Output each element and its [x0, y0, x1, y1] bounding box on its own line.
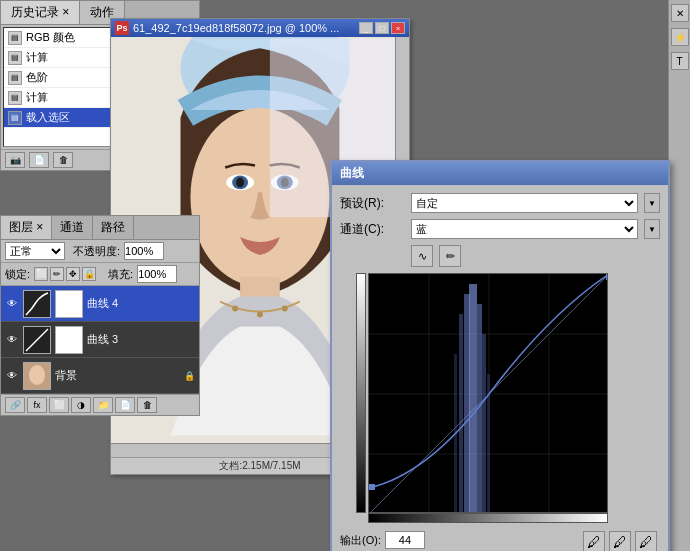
image-titlebar: Ps 61_492_7c19ed818f58072.jpg @ 100% ...… [111, 19, 409, 37]
tab-channels[interactable]: 通道 [52, 216, 93, 239]
toolbar-btn-text[interactable]: T [671, 52, 689, 70]
layers-blend-options: 正常 不透明度: [1, 240, 199, 263]
preset-dropdown-arrow[interactable]: ▼ [644, 193, 660, 213]
history-icon-calc2: ▤ [8, 91, 22, 105]
layer-eye-curves3[interactable]: 👁 [5, 333, 19, 347]
layers-bottom-toolbar: 🔗 fx ⬜ ◑ 📁 📄 🗑 [1, 394, 199, 415]
opacity-input[interactable] [124, 242, 164, 260]
history-label-rgb: RGB 颜色 [26, 30, 75, 45]
svg-point-6 [236, 177, 244, 187]
layer-adj-btn[interactable]: ◑ [71, 397, 91, 413]
layer-fx-btn[interactable]: fx [27, 397, 47, 413]
svg-rect-29 [482, 334, 486, 513]
minimize-button[interactable]: _ [359, 22, 373, 34]
curve-pencil-tool[interactable]: ∿ [411, 245, 433, 267]
layers-panel: 图层 × 通道 路径 正常 不透明度: 锁定: ⬜ ✏ ✥ 🔒 填充: 👁 [0, 215, 200, 416]
maximize-button[interactable]: □ [375, 22, 389, 34]
curve-point-tool[interactable]: ✏ [439, 245, 461, 267]
image-title: 61_492_7c19ed818f58072.jpg @ 100% ... [133, 22, 339, 34]
lock-all-icon[interactable]: 🔒 [82, 267, 96, 281]
gray-eyedropper-btn[interactable]: 🖊 [609, 531, 631, 551]
opacity-label: 不透明度: [73, 244, 120, 259]
curves-preset-row: 预设(R): 自定 ▼ [340, 193, 660, 213]
toolbar-btn-x[interactable]: ✕ [671, 4, 689, 22]
tab-history[interactable]: 历史记录 × [1, 1, 80, 24]
history-icon-calc1: ▤ [8, 51, 22, 65]
layer-eye-bg[interactable]: 👁 [5, 369, 19, 383]
fill-label: 填充: [108, 267, 133, 282]
input-gradient-bar [368, 513, 608, 523]
preset-select[interactable]: 自定 [411, 193, 638, 213]
history-label-load: 载入选区 [26, 110, 70, 125]
tab-paths[interactable]: 路径 [93, 216, 134, 239]
output-label: 输出(O): [340, 533, 381, 548]
curves-body: 预设(R): 自定 ▼ 通道(C): 蓝 ▼ ∿ ✏ [332, 185, 668, 551]
history-new-doc[interactable]: 📄 [29, 152, 49, 168]
layer-mask-curves3 [55, 326, 83, 354]
history-delete[interactable]: 🗑 [53, 152, 73, 168]
layer-thumb-curves4 [23, 290, 51, 318]
svg-point-10 [232, 306, 238, 312]
layers-lock-options: 锁定: ⬜ ✏ ✥ 🔒 填充: [1, 263, 199, 286]
lock-transparent-icon[interactable]: ⬜ [34, 267, 48, 281]
window-controls: _ □ × [359, 22, 405, 34]
svg-point-12 [282, 306, 288, 312]
svg-rect-25 [459, 314, 463, 513]
layer-name-curves3: 曲线 3 [87, 332, 195, 347]
history-icon-rgb: ▤ [8, 31, 22, 45]
lock-position-icon[interactable]: ✥ [66, 267, 80, 281]
layer-name-curves4: 曲线 4 [87, 296, 195, 311]
layer-thumb-bg [23, 362, 51, 390]
blend-mode-select[interactable]: 正常 [5, 242, 65, 260]
curves-dialog: 曲线 预设(R): 自定 ▼ 通道(C): 蓝 ▼ ∿ ✏ [330, 160, 670, 551]
layer-lock-icon: 🔒 [183, 370, 195, 382]
output-gradient-bar [356, 273, 366, 513]
close-button[interactable]: × [391, 22, 405, 34]
layer-new-btn[interactable]: 📄 [115, 397, 135, 413]
curves-titlebar: 曲线 [332, 162, 668, 185]
layers-list: 👁 曲线 4 👁 曲线 3 👁 [1, 286, 199, 394]
toolbar-btn-move[interactable]: ⚡ [671, 28, 689, 46]
eyedropper-show-area: 🖊 🖊 🖊 显示数值(W) [583, 531, 660, 551]
layer-curves4[interactable]: 👁 曲线 4 [1, 286, 199, 322]
channel-dropdown-arrow[interactable]: ▼ [644, 219, 660, 239]
tab-layers[interactable]: 图层 × [1, 216, 52, 239]
curves-graph-container [340, 273, 660, 523]
svg-rect-27 [469, 284, 477, 513]
right-toolbar: ✕ ⚡ T [668, 0, 690, 551]
svg-point-17 [29, 365, 45, 385]
history-label-calc2: 计算 [26, 90, 48, 105]
lock-label: 锁定: [5, 267, 30, 282]
ps-icon: Ps [115, 21, 129, 35]
channel-select[interactable]: 蓝 [411, 219, 638, 239]
lock-icons: ⬜ ✏ ✥ 🔒 [34, 267, 96, 281]
curves-io-fields: 输出(O): 输入(I): [340, 531, 425, 551]
curves-io-row: 输出(O): 输入(I): 🖊 🖊 🖊 显示数值(W) [340, 531, 660, 551]
layer-background[interactable]: 👁 背景 🔒 [1, 358, 199, 394]
output-input[interactable] [385, 531, 425, 549]
layer-mask-curves4 [55, 290, 83, 318]
layer-thumb-curves3 [23, 326, 51, 354]
layer-eye-curves4[interactable]: 👁 [5, 297, 19, 311]
curves-graph-wrapper [368, 273, 608, 523]
fill-input[interactable] [137, 265, 177, 283]
layer-delete-btn[interactable]: 🗑 [137, 397, 157, 413]
preset-label: 预设(R): [340, 195, 405, 212]
history-label-levels: 色阶 [26, 70, 48, 85]
svg-point-11 [257, 311, 263, 317]
curves-graph-svg[interactable] [368, 273, 608, 513]
white-eyedropper-btn[interactable]: 🖊 [635, 531, 657, 551]
layer-folder-btn[interactable]: 📁 [93, 397, 113, 413]
curves-title: 曲线 [340, 165, 364, 182]
lock-image-icon[interactable]: ✏ [50, 267, 64, 281]
history-icon-levels: ▤ [8, 71, 22, 85]
black-eyedropper-btn[interactable]: 🖊 [583, 531, 605, 551]
layer-link-btn[interactable]: 🔗 [5, 397, 25, 413]
history-new-snapshot[interactable]: 📷 [5, 152, 25, 168]
layer-mask-btn[interactable]: ⬜ [49, 397, 69, 413]
layers-tabs: 图层 × 通道 路径 [1, 216, 199, 240]
curves-channel-row: 通道(C): 蓝 ▼ [340, 219, 660, 239]
layer-curves3[interactable]: 👁 曲线 3 [1, 322, 199, 358]
channel-label: 通道(C): [340, 221, 405, 238]
output-row: 输出(O): [340, 531, 425, 549]
